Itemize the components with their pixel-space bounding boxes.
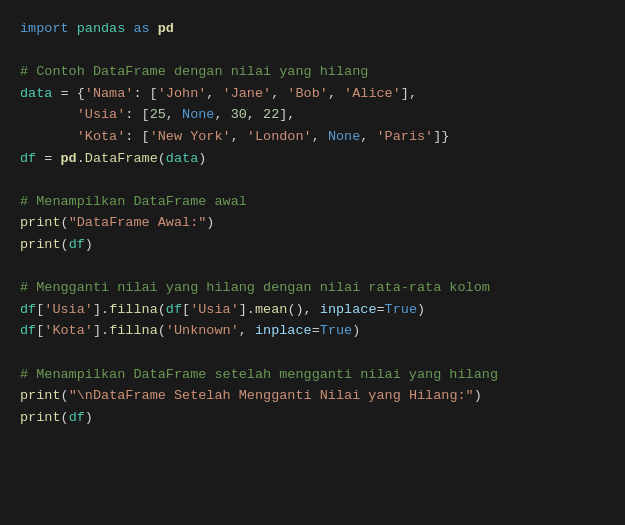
line-print-df1: print(df) <box>20 234 605 256</box>
comment-3: # Mengganti nilai yang hilang dengan nil… <box>20 277 605 299</box>
line-print1: print("DataFrame Awal:") <box>20 212 605 234</box>
line-print2: print("\nDataFrame Setelah Mengganti Nil… <box>20 385 605 407</box>
blank-line <box>20 40 605 62</box>
line-data-assign: data = {'Nama': ['John', 'Jane', 'Bob', … <box>20 83 605 105</box>
line-df-assign: df = pd.DataFrame(data) <box>20 148 605 170</box>
blank-line-2 <box>20 169 605 191</box>
line-kota: 'Kota': ['New York', 'London', None, 'Pa… <box>20 126 605 148</box>
comment-1: # Contoh DataFrame dengan nilai yang hil… <box>20 61 605 83</box>
blank-line-3 <box>20 256 605 278</box>
line-fillna1: df['Usia'].fillna(df['Usia'].mean(), inp… <box>20 299 605 321</box>
line-fillna2: df['Kota'].fillna('Unknown', inplace=Tru… <box>20 320 605 342</box>
code-editor: import pandas as pd # Contoh DataFrame d… <box>0 0 625 525</box>
line-print-df2: print(df) <box>20 407 605 429</box>
line-1: import pandas as pd <box>20 18 605 40</box>
comment-4: # Menampilkan DataFrame setelah menggant… <box>20 364 605 386</box>
blank-line-4 <box>20 342 605 364</box>
line-usia: 'Usia': [25, None, 30, 22], <box>20 104 605 126</box>
comment-2: # Menampilkan DataFrame awal <box>20 191 605 213</box>
